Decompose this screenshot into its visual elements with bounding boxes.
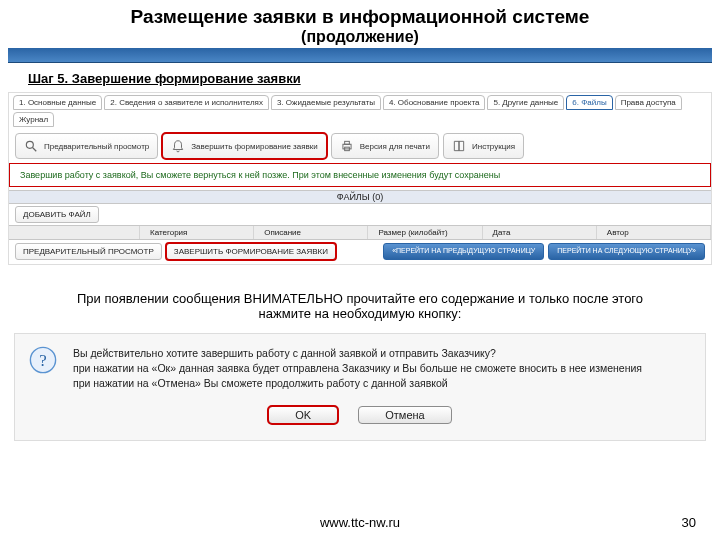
print-button-label: Версия для печати bbox=[360, 142, 430, 151]
tabstrip: 1. Основные данные 2. Сведения о заявите… bbox=[9, 93, 711, 129]
toolbar: Предварительный просмотр Завершить форми… bbox=[9, 129, 711, 163]
header-gradient bbox=[8, 48, 712, 63]
ok-button[interactable]: OK bbox=[268, 406, 338, 424]
step-label: Шаг 5. Завершение формирование заявки bbox=[28, 71, 720, 86]
bottom-finish-button[interactable]: ЗАВЕРШИТЬ ФОРМИРОВАНИЕ ЗАЯВКИ bbox=[166, 243, 336, 260]
add-file-button[interactable]: ДОБАВИТЬ ФАЙЛ bbox=[15, 206, 99, 223]
tab-4[interactable]: 4. Обоснование проекта bbox=[383, 95, 485, 110]
magnifier-icon bbox=[24, 139, 38, 153]
svg-rect-2 bbox=[343, 144, 351, 149]
tab-6-files[interactable]: 6. Файлы bbox=[566, 95, 612, 110]
print-icon bbox=[340, 139, 354, 153]
col-author: Автор bbox=[597, 226, 711, 239]
bell-icon bbox=[171, 139, 185, 153]
col-description: Описание bbox=[254, 226, 368, 239]
dialog-line-1: Вы действительно хотите завершить работу… bbox=[73, 346, 642, 361]
tab-2[interactable]: 2. Сведения о заявителе и исполнителях bbox=[104, 95, 269, 110]
svg-line-1 bbox=[33, 148, 37, 152]
cancel-button[interactable]: Отмена bbox=[358, 406, 451, 424]
tab-access[interactable]: Права доступа bbox=[615, 95, 682, 110]
next-page-button[interactable]: ПЕРЕЙТИ НА СЛЕДУЮЩУЮ СТРАНИЦУ» bbox=[548, 243, 705, 260]
finish-button-label: Завершить формирование заявки bbox=[191, 142, 317, 151]
tab-1[interactable]: 1. Основные данные bbox=[13, 95, 102, 110]
question-icon: ? bbox=[29, 346, 57, 374]
book-icon bbox=[452, 139, 466, 153]
files-header: ФАЙЛЫ (0) bbox=[9, 190, 711, 204]
instruction-button-label: Инструкция bbox=[472, 142, 515, 151]
dialog-line-3: при нажатии на «Отмена» Вы сможете продо… bbox=[73, 376, 642, 391]
svg-point-0 bbox=[26, 141, 33, 148]
svg-rect-3 bbox=[344, 141, 349, 144]
preview-button[interactable]: Предварительный просмотр bbox=[15, 133, 158, 159]
tab-journal[interactable]: Журнал bbox=[13, 112, 54, 127]
preview-button-label: Предварительный просмотр bbox=[44, 142, 149, 151]
files-toolbar: ДОБАВИТЬ ФАЙЛ bbox=[9, 204, 711, 225]
dialog-text: Вы действительно хотите завершить работу… bbox=[73, 346, 642, 392]
finish-button[interactable]: Завершить формирование заявки bbox=[162, 133, 326, 159]
prev-page-button[interactable]: «ПЕРЕЙТИ НА ПРЕДЫДУЩУЮ СТРАНИЦУ bbox=[383, 243, 544, 260]
slide-title: Размещение заявки в информационной систе… bbox=[0, 6, 720, 28]
col-category: Категория bbox=[140, 226, 254, 239]
svg-text:?: ? bbox=[39, 351, 46, 370]
slide-subtitle: (продолжение) bbox=[0, 28, 720, 46]
footer-url: www.ttc-nw.ru bbox=[0, 515, 720, 530]
file-columns: Категория Описание Размер (килобайт) Дат… bbox=[9, 225, 711, 240]
page-number: 30 bbox=[682, 515, 696, 530]
bottom-row: ПРЕДВАРИТЕЛЬНЫЙ ПРОСМОТР ЗАВЕРШИТЬ ФОРМИ… bbox=[9, 240, 711, 264]
tab-3[interactable]: 3. Ожидаемые результаты bbox=[271, 95, 381, 110]
col-size: Размер (килобайт) bbox=[368, 226, 482, 239]
dialog-line-2: при нажатии на «Ок» данная заявка будет … bbox=[73, 361, 642, 376]
print-button[interactable]: Версия для печати bbox=[331, 133, 439, 159]
app-screenshot: 1. Основные данные 2. Сведения о заявите… bbox=[8, 92, 712, 265]
col-date: Дата bbox=[483, 226, 597, 239]
hint-text: Завершив работу с заявкой, Вы сможете ве… bbox=[9, 163, 711, 187]
tab-5[interactable]: 5. Другие данные bbox=[487, 95, 564, 110]
bottom-preview-button[interactable]: ПРЕДВАРИТЕЛЬНЫЙ ПРОСМОТР bbox=[15, 243, 162, 260]
confirm-dialog: ? Вы действительно хотите завершить рабо… bbox=[14, 333, 706, 441]
instruction-text: При появлении сообщения ВНИМАТЕЛЬНО проч… bbox=[50, 291, 670, 321]
instruction-button[interactable]: Инструкция bbox=[443, 133, 524, 159]
